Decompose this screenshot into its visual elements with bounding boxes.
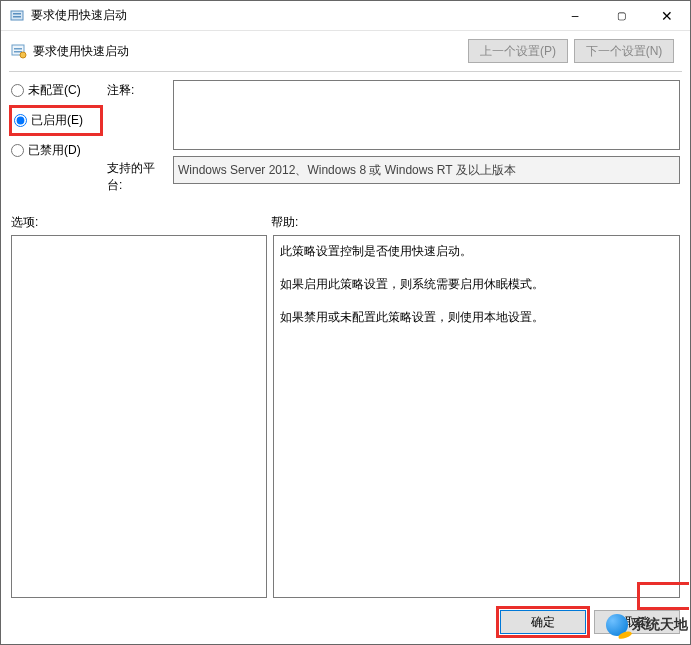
- radio-not-configured-input[interactable]: [11, 84, 24, 97]
- radio-disabled[interactable]: 已禁用(D): [11, 142, 101, 159]
- comment-textarea[interactable]: [173, 80, 680, 150]
- window-title: 要求使用快速启动: [31, 7, 127, 24]
- supported-platform-text: Windows Server 2012、Windows 8 或 Windows …: [178, 163, 516, 177]
- policy-icon: [11, 43, 27, 59]
- content-area: 未配置(C) 已启用(E) 已禁用(D) 注释: 支持的平台: Windows …: [1, 76, 690, 604]
- platform-label: 支持的平台:: [107, 156, 167, 194]
- options-panel[interactable]: [11, 235, 267, 598]
- help-label: 帮助:: [271, 214, 298, 231]
- divider: [9, 71, 682, 72]
- radio-enabled[interactable]: 已启用(E): [9, 105, 103, 136]
- svg-rect-5: [14, 51, 22, 53]
- titlebar: 要求使用快速启动 – ▢ ✕: [1, 1, 690, 31]
- radio-not-configured-label: 未配置(C): [28, 82, 81, 99]
- svg-rect-4: [14, 48, 22, 50]
- radio-enabled-input[interactable]: [14, 114, 27, 127]
- cancel-button[interactable]: 取消: [594, 610, 680, 634]
- header-row: 要求使用快速启动 上一个设置(P) 下一个设置(N): [1, 31, 690, 67]
- svg-point-6: [20, 52, 26, 58]
- dialog-window: 要求使用快速启动 – ▢ ✕ 要求使用快速启动 上一个设置(P) 下一个设置(N…: [0, 0, 691, 645]
- help-text-line: 此策略设置控制是否使用快速启动。: [280, 242, 673, 261]
- help-panel[interactable]: 此策略设置控制是否使用快速启动。 如果启用此策略设置，则系统需要启用休眠模式。 …: [273, 235, 680, 598]
- radio-disabled-label: 已禁用(D): [28, 142, 81, 159]
- radio-enabled-label: 已启用(E): [31, 112, 83, 129]
- footer: 确定 取消: [1, 604, 690, 644]
- comment-label: 注释:: [107, 80, 167, 99]
- help-text-line: 如果启用此策略设置，则系统需要启用休眠模式。: [280, 275, 673, 294]
- close-button[interactable]: ✕: [644, 1, 690, 31]
- app-icon: [9, 8, 25, 24]
- minimize-button[interactable]: –: [552, 1, 598, 31]
- ok-button[interactable]: 确定: [500, 610, 586, 634]
- svg-rect-1: [13, 13, 21, 15]
- svg-rect-2: [13, 16, 21, 18]
- radio-not-configured[interactable]: 未配置(C): [11, 82, 101, 99]
- svg-rect-0: [11, 11, 23, 20]
- state-radio-group: 未配置(C) 已启用(E) 已禁用(D): [11, 80, 101, 159]
- previous-setting-button[interactable]: 上一个设置(P): [468, 39, 568, 63]
- radio-disabled-input[interactable]: [11, 144, 24, 157]
- supported-platform-box: Windows Server 2012、Windows 8 或 Windows …: [173, 156, 680, 184]
- maximize-button[interactable]: ▢: [598, 1, 644, 31]
- options-label: 选项:: [11, 214, 271, 231]
- help-text-line: 如果禁用或未配置此策略设置，则使用本地设置。: [280, 308, 673, 327]
- next-setting-button[interactable]: 下一个设置(N): [574, 39, 674, 63]
- policy-title: 要求使用快速启动: [33, 43, 129, 60]
